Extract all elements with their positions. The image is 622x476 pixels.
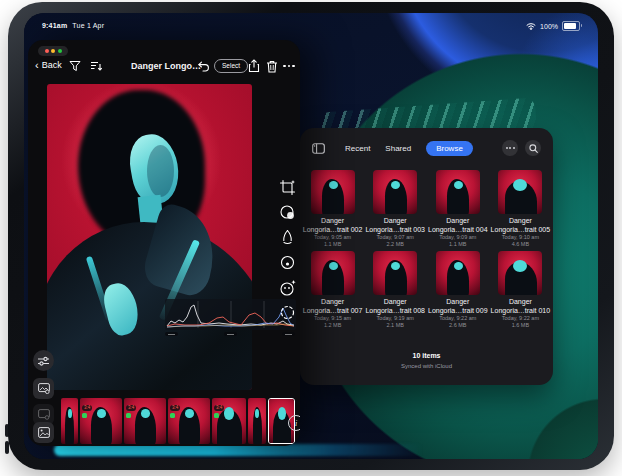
sliders-icon xyxy=(38,356,49,366)
file-thumbnail xyxy=(498,251,542,295)
file-size: 4.6 MB xyxy=(490,241,550,248)
thumb-badges: 3:4 xyxy=(126,405,136,418)
filmstrip-thumb[interactable]: 3:4 xyxy=(124,398,166,444)
thumb-badges: 3:4 xyxy=(214,405,224,418)
clone-tool-button[interactable] xyxy=(278,253,297,272)
photo-canvas[interactable] xyxy=(47,84,252,390)
histogram-panel xyxy=(165,299,296,330)
filmstrip: 3:4 3:4 3:4 3:4 xyxy=(61,397,295,444)
window-controls[interactable] xyxy=(38,46,68,56)
status-bar: 9:41amTue 1 Apr 100% xyxy=(24,20,598,34)
file-size: 2.6 MB xyxy=(428,322,488,329)
file-size: 1.6 MB xyxy=(490,322,550,329)
file-size: 2.2 MB xyxy=(365,241,425,248)
browser-footer: 10 items Synced with iCloud xyxy=(300,352,553,369)
filmstrip-thumb[interactable] xyxy=(248,398,266,444)
file-item[interactable]: Danger Longoria…trait 007 Today, 9:15 am… xyxy=(303,251,363,329)
filmstrip-thumb[interactable]: 3:4 xyxy=(168,398,210,444)
file-grid-row-1: Danger Longoria…trait 002 Today, 9:05 am… xyxy=(300,170,553,248)
gallery-button[interactable] xyxy=(33,422,54,443)
search-icon xyxy=(529,144,538,153)
thumb-badges: 3:4 xyxy=(82,405,92,418)
adjustments-button[interactable] xyxy=(33,350,54,371)
share-icon[interactable] xyxy=(247,59,261,73)
filmstrip-thumb[interactable]: 3:4 xyxy=(80,398,122,444)
file-date: Today, 9:15 am xyxy=(303,315,363,322)
files-browser-window: Recent Shared Browse Dang xyxy=(300,128,553,385)
file-item[interactable]: Danger Longoria…trait 003 Today, 9:07 am… xyxy=(365,170,425,248)
editor-toolbar: ‹Back Danger Longo… Select xyxy=(28,57,300,77)
white-balance-tool-button[interactable] xyxy=(278,203,297,222)
ipad-screen: 9:41amTue 1 Apr 100% Recent xyxy=(24,13,598,459)
tab-browse[interactable]: Browse xyxy=(426,141,473,156)
retouch-tool-button[interactable] xyxy=(278,278,297,297)
sync-status: Synced with iCloud xyxy=(300,363,553,369)
battery-icon xyxy=(562,21,580,31)
file-date: Today, 9:22 am xyxy=(490,315,550,322)
sidebar-toggle-icon[interactable] xyxy=(312,143,325,154)
brush-tool-button[interactable] xyxy=(278,228,297,247)
chevron-left-icon: ‹ xyxy=(35,61,39,70)
info-button[interactable]: i xyxy=(288,415,300,431)
file-name: Danger xyxy=(365,298,425,307)
battery-percent: 100% xyxy=(540,23,558,30)
more-options-button[interactable] xyxy=(502,140,518,156)
ellipsis-icon xyxy=(506,147,515,149)
file-size: 1.1 MB xyxy=(303,241,363,248)
undo-icon[interactable] xyxy=(196,59,210,73)
file-thumbnail xyxy=(498,170,542,214)
zoom-window-icon[interactable] xyxy=(58,49,62,53)
trash-icon[interactable] xyxy=(265,59,279,73)
file-thumbnail xyxy=(373,251,417,295)
file-item[interactable]: Danger Longoria…trait 009 Today, 9:22 am… xyxy=(428,251,488,329)
back-button[interactable]: ‹Back xyxy=(35,60,62,70)
more-menu-icon[interactable] xyxy=(282,59,296,73)
close-window-icon[interactable] xyxy=(45,49,49,53)
file-size: 2.1 MB xyxy=(365,322,425,329)
file-grid-row-2: Danger Longoria…trait 007 Today, 9:15 am… xyxy=(300,251,553,329)
file-item[interactable]: Danger Longoria…trait 004 Today, 9:09 am… xyxy=(428,170,488,248)
file-date: Today, 9:05 am xyxy=(303,234,363,241)
file-name: Danger xyxy=(303,298,363,307)
ipad-device: 9:41amTue 1 Apr 100% Recent xyxy=(0,0,622,476)
file-date: Today, 9:22 am xyxy=(428,315,488,322)
file-item[interactable]: Danger Longoria…trait 002 Today, 9:05 am… xyxy=(303,170,363,248)
tab-shared[interactable]: Shared xyxy=(385,144,411,153)
file-thumbnail xyxy=(436,251,480,295)
photo-stack-icon xyxy=(38,409,50,420)
wifi-icon xyxy=(526,22,536,30)
photo-gear-icon xyxy=(38,383,50,394)
edited-indicator xyxy=(82,413,87,418)
aspect-badge: 3:4 xyxy=(126,405,136,411)
file-name: Danger xyxy=(428,298,488,307)
ipad-frame: 9:41amTue 1 Apr 100% Recent xyxy=(8,2,614,470)
search-button[interactable] xyxy=(525,140,541,156)
file-date: Today, 9:10 am xyxy=(490,234,550,241)
file-thumbnail xyxy=(311,170,355,214)
file-item[interactable]: Danger Longoria…trait 008 Today, 9:19 am… xyxy=(365,251,425,329)
file-name: Danger xyxy=(490,298,550,307)
selection-tool-button[interactable] xyxy=(278,303,297,322)
filter-button[interactable] xyxy=(68,59,82,73)
histogram-ticks xyxy=(165,332,296,337)
file-item[interactable]: Danger Longoria…trait 010 Today, 9:22 am… xyxy=(490,251,550,329)
edited-indicator xyxy=(214,413,219,418)
file-date: Today, 9:09 am xyxy=(428,234,488,241)
file-size: 1.2 MB xyxy=(303,322,363,329)
filmstrip-thumb[interactable] xyxy=(61,398,78,444)
item-count: 10 items xyxy=(300,352,553,359)
sort-button[interactable] xyxy=(89,59,103,73)
aspect-badge: 3:4 xyxy=(82,405,92,411)
photo-settings-button[interactable] xyxy=(33,378,54,399)
file-item[interactable]: Danger Longoria…trait 005 Today, 9:10 am… xyxy=(490,170,550,248)
crop-tool-button[interactable] xyxy=(278,178,297,197)
file-name: Danger xyxy=(428,217,488,226)
file-thumbnail xyxy=(436,170,480,214)
file-size: 1.1 MB xyxy=(428,241,488,248)
file-name: Danger xyxy=(303,217,363,226)
select-button[interactable]: Select xyxy=(214,59,248,73)
minimize-window-icon[interactable] xyxy=(51,49,55,53)
tab-recent[interactable]: Recent xyxy=(345,144,370,153)
file-name: Danger xyxy=(490,217,550,226)
filmstrip-thumb[interactable]: 3:4 xyxy=(212,398,246,444)
